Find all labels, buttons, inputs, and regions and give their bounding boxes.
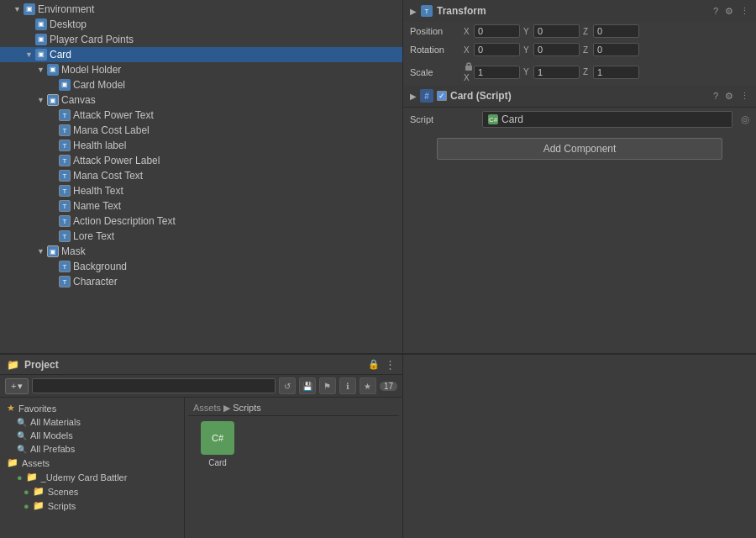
more-icon[interactable]: ⋮ — [740, 91, 749, 102]
tree-item-mana-cost-label[interactable]: T Mana Cost Label — [0, 123, 402, 138]
info-button[interactable]: ℹ — [339, 377, 356, 394]
tree-item-background[interactable]: T Background — [0, 259, 402, 274]
tree-label: Lore Text — [73, 230, 114, 242]
project-search-input[interactable] — [32, 378, 275, 393]
text-icon: T — [59, 124, 71, 136]
refresh-button[interactable]: ↺ — [279, 377, 296, 394]
rotation-z-input[interactable] — [593, 43, 639, 56]
tree-item-attack-power-label[interactable]: T Attack Power Label — [0, 153, 402, 168]
script-value-field[interactable]: C# Card — [482, 111, 732, 128]
search-icon: 🔍 — [17, 445, 27, 454]
project-content: ★ Favorites 🔍 All Materials 🔍 All Models… — [0, 398, 402, 538]
script-dot-icon: ● — [17, 472, 23, 483]
add-asset-button[interactable]: + ▾ — [5, 378, 29, 394]
position-x-input[interactable] — [474, 24, 520, 38]
tree-item-name-text[interactable]: T Name Text — [0, 198, 402, 214]
rotation-y-input[interactable] — [533, 43, 580, 56]
tree-item-health-text[interactable]: T Health Text — [0, 183, 402, 198]
sidebar-item-scenes[interactable]: ● 📁 Scenes — [0, 484, 184, 498]
card-script-header[interactable]: ▶ # ✓ Card (Script) ? ⚙ ⋮ — [403, 85, 756, 108]
settings-icon[interactable]: ⚙ — [725, 91, 733, 102]
more-icon[interactable]: ⋮ — [740, 6, 749, 17]
arrow-icon: ▼ — [13, 5, 24, 13]
y-axis-label: Y — [523, 67, 532, 76]
tree-item-health-label[interactable]: T Health label — [0, 138, 402, 153]
tree-item-attack-power-text[interactable]: T Attack Power Text — [0, 108, 402, 123]
save-button[interactable]: 💾 — [299, 377, 316, 394]
text-icon: T — [59, 109, 71, 121]
position-y-input[interactable] — [533, 24, 580, 38]
tree-item-card[interactable]: ▼ ▣ Card — [0, 47, 402, 62]
tree-item-desktop[interactable]: ▣ Desktop — [0, 17, 402, 32]
filter-button[interactable]: ⚑ — [319, 377, 336, 394]
text-icon: T — [59, 215, 71, 227]
lock-icon[interactable]: 🔒 — [368, 359, 380, 370]
sidebar-item-scripts[interactable]: ● 📁 Scripts — [0, 498, 184, 513]
add-dropdown-icon: ▾ — [18, 381, 23, 392]
tree-item-card-model[interactable]: ▣ Card Model — [0, 77, 402, 92]
position-z-input[interactable] — [593, 24, 639, 38]
more-icon[interactable]: ⋮ — [385, 358, 396, 371]
scale-z-input[interactable] — [593, 66, 639, 79]
collapse-arrow-icon: ▶ — [410, 7, 417, 16]
script-dot-icon: ● — [24, 501, 29, 511]
tree-item-mana-cost-text[interactable]: T Mana Cost Text — [0, 168, 402, 183]
settings-icon[interactable]: ⚙ — [725, 6, 733, 17]
star-icon: ★ — [7, 403, 15, 414]
help-icon[interactable]: ? — [713, 6, 718, 17]
scale-x-input[interactable] — [474, 66, 520, 79]
card-icon: ▣ — [35, 49, 47, 61]
tree-item-player-card-points[interactable]: ▣ Player Card Points — [0, 32, 402, 47]
scale-x-field: X — [464, 61, 520, 82]
breadcrumb-separator: ▶ — [223, 403, 233, 413]
z-axis-label: Z — [583, 67, 591, 76]
bottom-right-panel — [403, 355, 756, 538]
rotation-x-input[interactable] — [474, 43, 520, 56]
tree-item-canvas[interactable]: ▼ ▣ Canvas — [0, 92, 402, 108]
card-script-icon: C# — [201, 421, 234, 455]
rotation-z-field: Z — [583, 43, 639, 56]
scale-y-field: Y — [523, 61, 580, 82]
tree-item-lore-text[interactable]: T Lore Text — [0, 229, 402, 244]
tree-item-character[interactable]: T Character — [0, 274, 402, 289]
position-z-field: Z — [583, 24, 639, 38]
scale-y-input[interactable] — [533, 66, 580, 79]
sidebar-item-all-prefabs[interactable]: 🔍 All Prefabs — [0, 442, 184, 456]
text-icon: T — [59, 276, 71, 287]
arrow-icon: ▼ — [37, 96, 47, 104]
tree-item-mask[interactable]: ▼ ▣ Mask — [0, 244, 402, 259]
hierarchy-panel: ▼ ▣ Environment ▣ Desktop ▣ Player Card … — [0, 0, 403, 353]
tree-item-model-holder[interactable]: ▼ ▣ Model Holder — [0, 62, 402, 77]
script-enabled-checkbox[interactable]: ✓ — [437, 91, 447, 101]
help-icon[interactable]: ? — [713, 91, 718, 102]
svg-text:T: T — [425, 8, 429, 15]
tree-label: Background — [73, 261, 127, 272]
asset-item-card[interactable]: C# Card — [188, 416, 247, 472]
tree-item-environment[interactable]: ▼ ▣ Environment — [0, 2, 402, 17]
tree-label: Card — [50, 49, 71, 61]
sidebar-item-assets[interactable]: 📁 Assets — [0, 456, 184, 470]
text-icon: T — [59, 261, 71, 272]
breadcrumb-scripts[interactable]: Scripts — [233, 403, 261, 413]
add-component-button[interactable]: Add Component — [437, 138, 722, 160]
script-file-icon: C# — [488, 114, 498, 124]
rotation-row: Rotation X Y Z — [403, 40, 756, 59]
tree-label: Mask — [61, 245, 86, 257]
sidebar-item-all-models[interactable]: 🔍 All Models — [0, 429, 184, 442]
sidebar-item-all-materials[interactable]: 🔍 All Materials — [0, 415, 184, 429]
y-axis-label: Y — [523, 45, 532, 55]
transform-section-header[interactable]: ▶ T Transform ? ⚙ ⋮ — [403, 0, 756, 22]
scale-z-field: Z — [583, 61, 639, 82]
script-value-text: Card — [501, 113, 523, 125]
sidebar-item-favorites[interactable]: ★ Favorites — [0, 401, 184, 415]
position-x-field: X — [464, 24, 520, 38]
tree-label: Mana Cost Label — [73, 124, 150, 136]
script-target-icon[interactable]: ◎ — [741, 113, 749, 125]
star-button[interactable]: ★ — [360, 377, 376, 394]
script-label: Script — [410, 114, 477, 124]
tree-item-action-desc-text[interactable]: T Action Description Text — [0, 214, 402, 229]
sidebar-item-udemy-card-battler[interactable]: ● 📁 _Udemy Card Battler — [0, 470, 184, 484]
breadcrumb-assets[interactable]: Assets — [193, 403, 221, 413]
position-fields: X Y Z — [464, 24, 749, 38]
tree-label: Health Text — [73, 185, 123, 197]
